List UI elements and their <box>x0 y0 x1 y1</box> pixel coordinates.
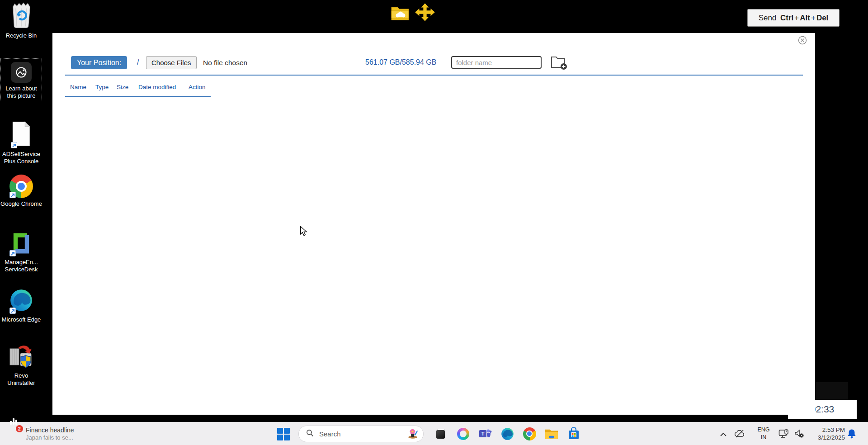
notification-bell-icon[interactable] <box>847 429 856 441</box>
search-icon <box>306 429 314 439</box>
file-manager-panel: Your Position: / Choose Files No file ch… <box>52 33 815 415</box>
search-highlight-image <box>407 428 419 440</box>
manageengine-icon <box>9 231 33 256</box>
connected-devices-icon[interactable] <box>778 429 789 440</box>
language-indicator[interactable]: ENG IN <box>755 426 772 441</box>
revo-uninstaller-icon <box>9 344 34 370</box>
clock-time: 2:53 PM <box>811 426 845 434</box>
widgets-headline: Finance headline <box>26 426 74 434</box>
desktop-icon-label: Revo Uninstaller <box>0 372 42 387</box>
column-header-name: Name <box>70 84 86 90</box>
task-view-icon[interactable] <box>434 427 448 440</box>
move-icon[interactable] <box>414 2 436 24</box>
choose-files-button[interactable]: Choose Files <box>146 56 197 69</box>
desktop-icon-google-chrome[interactable]: Google Chrome <box>0 175 42 208</box>
shortcut-arrow-icon <box>11 142 17 148</box>
folder-name-input[interactable] <box>451 56 542 69</box>
desktop-icon-revo-uninstaller[interactable]: Revo Uninstaller <box>0 344 42 387</box>
picture-icon <box>11 62 32 83</box>
file-chosen-status: No file chosen <box>203 59 247 67</box>
widgets-chart-icon: 2 <box>7 427 21 441</box>
desktop-icon-adselfservice[interactable]: ADSelfService Plus Console <box>0 121 42 165</box>
start-button[interactable] <box>277 428 290 440</box>
edge-icon[interactable] <box>500 427 514 440</box>
desktop-icon-recycle-bin[interactable]: Recycle Bin <box>0 2 42 39</box>
tray-overflow-chevron-icon[interactable] <box>720 431 727 439</box>
folder-plus-icon <box>551 65 567 71</box>
widgets-subheadline: Japan fails to se... <box>26 434 74 441</box>
search-placeholder: Search <box>319 430 407 438</box>
notification-count-badge: 2 <box>16 425 23 432</box>
clock-date: 3/12/2025 <box>811 434 845 441</box>
search-box[interactable]: Search <box>298 426 424 442</box>
file-explorer-icon[interactable] <box>545 427 558 440</box>
desktop-icon-label: Google Chrome <box>0 200 42 208</box>
create-folder-button[interactable] <box>551 55 567 70</box>
teams-icon[interactable]: T <box>478 427 492 440</box>
desktop-icon-label: Learn about this picture <box>1 85 42 99</box>
shortcut-arrow-icon <box>9 308 16 314</box>
taskbar: 2 Finance headline Japan fails to se... … <box>0 422 868 445</box>
document-icon <box>11 121 32 148</box>
desktop-icon-label: Microsoft Edge <box>2 316 41 323</box>
current-path-link[interactable]: / <box>137 58 139 66</box>
send-ctrl-alt-del-button[interactable]: Send Ctrl+Alt+Del <box>747 9 840 27</box>
store-icon[interactable] <box>567 427 580 440</box>
header-divider <box>65 75 803 76</box>
your-position-button[interactable]: Your Position: <box>71 56 127 69</box>
column-header-type: Type <box>95 84 108 90</box>
desktop-icon-label: ManageEn... ServiceDesk <box>0 259 42 273</box>
desktop-icon-manageengine-servicedesk[interactable]: ManageEn... ServiceDesk <box>0 231 42 273</box>
folder-transfer-icon[interactable] <box>391 5 410 23</box>
screen-artifact <box>813 382 848 400</box>
shortcut-arrow-icon <box>9 250 16 256</box>
widgets-button[interactable]: 2 Finance headline Japan fails to se... <box>5 422 77 445</box>
column-header-date-modified: Date modified <box>138 84 176 90</box>
close-icon[interactable] <box>798 36 807 45</box>
chrome-icon[interactable] <box>523 427 536 440</box>
column-header-action: Action <box>189 84 206 90</box>
remote-desktop-screen: Recycle Bin Learn about this picture ADS… <box>0 0 868 445</box>
edge-icon <box>9 289 33 314</box>
copilot-icon[interactable] <box>456 427 470 440</box>
onedrive-offline-icon[interactable] <box>734 429 745 440</box>
volume-muted-icon[interactable] <box>794 429 804 440</box>
column-header-size: Size <box>117 84 128 90</box>
chrome-icon <box>9 175 33 198</box>
svg-text:T: T <box>481 431 485 436</box>
desktop-icon-label: ADSelfService Plus Console <box>0 151 42 165</box>
desktop-icon-learn-about-picture[interactable]: Learn about this picture <box>0 58 42 102</box>
column-header-underline <box>65 96 211 97</box>
desktop-icon-label: Recycle Bin <box>6 32 37 39</box>
desktop-icon-microsoft-edge[interactable]: Microsoft Edge <box>0 289 42 323</box>
shortcut-arrow-icon <box>9 192 16 198</box>
clock[interactable]: 2:53 PM 3/12/2025 <box>811 426 845 441</box>
storage-usage: 561.07 GB/585.94 GB <box>365 58 436 66</box>
recycle-bin-icon <box>9 2 33 30</box>
